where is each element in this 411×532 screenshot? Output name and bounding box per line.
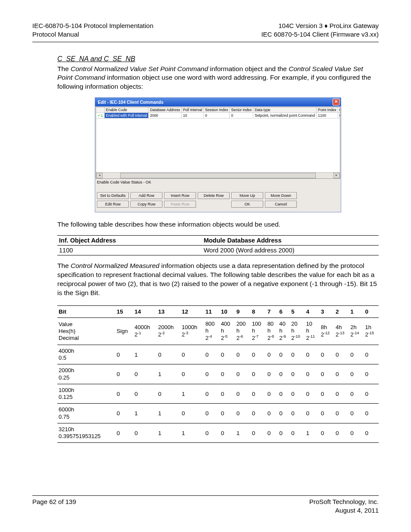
bit-cell: 1 <box>181 423 204 443</box>
page-header: IEC-60870-5-104 Protocol Implementation … <box>32 22 379 39</box>
bit-cell: 1 <box>157 364 181 384</box>
bit-header-cell: 11 <box>204 305 220 317</box>
move-up-button[interactable]: Move Up <box>231 192 263 199</box>
bit-cell: 0 <box>235 384 251 404</box>
bit-cell: 0 <box>115 364 134 384</box>
dialog-titlebar[interactable]: Edit - IEC-104 Client Commands ✕ <box>95 98 341 106</box>
paste-row-button: Paste Row <box>164 201 196 208</box>
bit-cell: 0 <box>133 364 157 384</box>
delete-row-button[interactable]: Delete Row <box>198 192 230 199</box>
bit-cell: 0 <box>349 345 364 364</box>
bit-cell: 0 <box>204 345 220 364</box>
bit-data-row: 2000h0.250010000000000000 <box>57 364 379 384</box>
bit-data-row: 3210h0.3957519531250011001000010000 <box>57 423 379 443</box>
cancel-button[interactable]: Cancel <box>265 201 297 208</box>
bit-cell: 0 <box>220 384 235 404</box>
bit-header-cell: 3 <box>320 305 334 317</box>
scroll-right-icon[interactable]: ▸ <box>333 173 340 178</box>
bit-value-cell: 10h2-11 <box>305 317 319 345</box>
grid-data-row[interactable]: ✓1 Enabled with Poll Interval 2000 10 0 … <box>96 113 340 118</box>
bit-header-cell: 1 <box>349 305 364 317</box>
bit-cell: 0 <box>235 404 251 423</box>
bit-cell: 0 <box>235 364 251 384</box>
bit-header-cell: 4 <box>305 305 319 317</box>
info-cell-addr: 1100 <box>57 246 202 255</box>
bit-cell: 0 <box>364 404 379 423</box>
page-footer: Page 62 of 139 ProSoft Technology, Inc. … <box>32 495 379 515</box>
copy-row-button[interactable]: Copy Row <box>131 201 162 208</box>
bit-cell: 0 <box>320 404 334 423</box>
bit-cell: 0 <box>181 364 204 384</box>
info-header-addr: Inf. Object Address <box>57 236 202 246</box>
bit-cell: 1 <box>133 404 157 423</box>
bit-row-label: 3210h0.395751953125 <box>57 423 115 443</box>
set-defaults-button[interactable]: Set to Defaults <box>97 192 129 199</box>
bit-row-label: 4000h0.5 <box>57 345 115 364</box>
bit-cell: 0 <box>251 364 266 384</box>
scroll-thumb[interactable] <box>120 173 316 178</box>
enable-code-cell[interactable]: Enabled with Poll Interval <box>104 113 148 118</box>
bit-table: Bit 1514131211109876543210 ValueHex(h)De… <box>57 305 379 443</box>
bit-cell: 0 <box>181 345 204 364</box>
bit-cell: 0 <box>278 384 290 404</box>
scroll-left-icon[interactable]: ◂ <box>96 173 103 178</box>
bit-cell: 0 <box>320 364 334 384</box>
bit-cell: 0 <box>220 364 235 384</box>
bit-header-cell: 13 <box>157 305 181 317</box>
bit-cell: 0 <box>349 384 364 404</box>
edit-row-button[interactable]: Edit Row <box>97 201 129 208</box>
bit-value-cell: 100h2-7 <box>251 317 266 345</box>
bit-cell: 0 <box>349 423 364 443</box>
bit-cell: 0 <box>305 364 319 384</box>
bit-header-cell: 12 <box>181 305 204 317</box>
bit-cell: 0 <box>266 404 278 423</box>
bit-value-cell: 1000h2-3 <box>181 317 204 345</box>
bit-value-row: ValueHex(h)DecimalSign4000h2-12000h2-210… <box>57 317 379 345</box>
insert-row-button[interactable]: Insert Row <box>164 192 196 199</box>
bit-value-cell: 40h2-9 <box>278 317 290 345</box>
bit-cell: 0 <box>204 364 220 384</box>
bit-data-row: 4000h0.50100000000000000 <box>57 345 379 364</box>
bit-cell: 0 <box>115 423 134 443</box>
bit-header-cell: 6 <box>278 305 290 317</box>
bit-cell: 0 <box>251 345 266 364</box>
bit-cell: 0 <box>278 404 290 423</box>
bit-cell: 1 <box>133 345 157 364</box>
bit-cell: 0 <box>334 345 349 364</box>
info-header-db: Module Database Address <box>202 236 379 246</box>
bit-cell: 0 <box>251 423 266 443</box>
bit-value-cell: 8h2-12 <box>320 317 334 345</box>
bit-cell: 0 <box>364 423 379 443</box>
bit-data-row: 1000h0.1250001000000000000 <box>57 384 379 404</box>
header-right-line2: IEC 60870-5-104 Client (Firmware v3.xx) <box>261 30 379 39</box>
normalized-paragraph: The Control Normalized Measured informat… <box>57 261 379 298</box>
bit-value-cell: 80h2-8 <box>266 317 278 345</box>
grid-header-row: Enable Code Database Address Poll Interv… <box>96 107 340 113</box>
bit-cell: 0 <box>320 384 334 404</box>
bit-value-cell: Sign <box>115 317 134 345</box>
bit-cell: 0 <box>266 364 278 384</box>
bit-cell: 0 <box>220 404 235 423</box>
dialog-status-text: Enable Code Value Status - OK <box>95 179 341 192</box>
bit-value-cell: 2h2-14 <box>349 317 364 345</box>
bit-cell: 0 <box>349 364 364 384</box>
bit-data-row: 6000h0.750110000000000000 <box>57 404 379 423</box>
dialog-grid[interactable]: Enable Code Database Address Poll Interv… <box>96 107 340 179</box>
bit-cell: 0 <box>364 384 379 404</box>
bit-header-row: Bit 1514131211109876543210 <box>57 305 379 317</box>
bit-cell: 0 <box>266 345 278 364</box>
content-area: C_SE_NA and C_SE_NB The Control Normaliz… <box>32 55 379 443</box>
ok-button[interactable]: OK <box>231 201 263 208</box>
bit-cell: 1 <box>181 384 204 404</box>
bit-cell: 0 <box>266 423 278 443</box>
add-row-button[interactable]: Add Row <box>131 192 162 199</box>
move-down-button[interactable]: Move Down <box>265 192 297 199</box>
bit-value-cell: 1h2-15 <box>364 317 379 345</box>
bit-value-cell: 400h2-5 <box>220 317 235 345</box>
bit-cell: 0 <box>115 345 134 364</box>
section-title: C_SE_NA and C_SE_NB <box>57 55 379 63</box>
horizontal-scrollbar[interactable]: ◂ ▸ <box>96 172 340 178</box>
bit-header-cell: 9 <box>235 305 251 317</box>
bit-value-cell: 4h2-13 <box>334 317 349 345</box>
close-icon[interactable]: ✕ <box>333 99 339 106</box>
